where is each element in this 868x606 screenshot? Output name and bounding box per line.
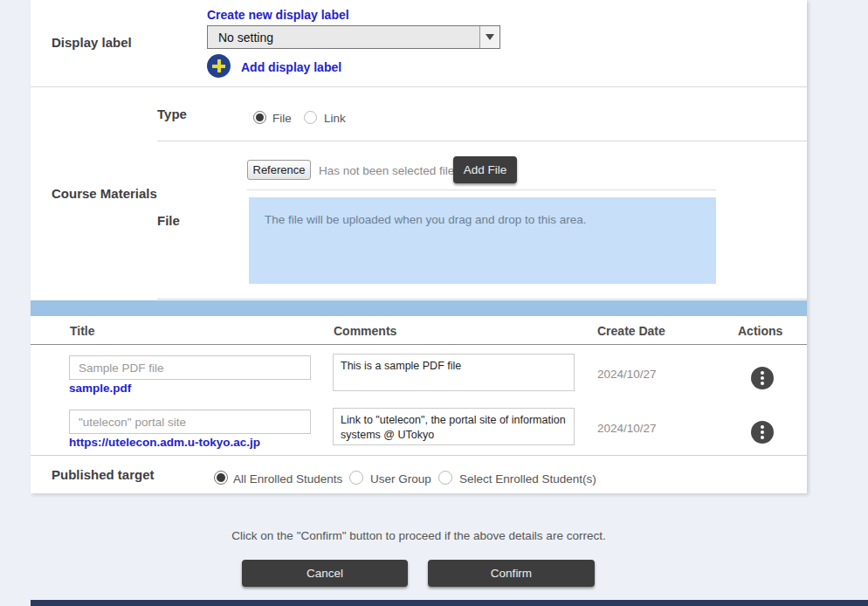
create-date-value: 2024/10/27 — [597, 368, 657, 381]
material-file-link[interactable]: sample.pdf — [69, 382, 131, 395]
reference-button[interactable]: Reference — [247, 160, 311, 180]
kebab-menu-icon[interactable] — [751, 367, 774, 389]
add-display-label-button[interactable]: Add display label — [241, 60, 341, 74]
page-footer-bar — [31, 600, 868, 606]
add-file-button[interactable]: Add File — [453, 156, 517, 183]
form-panel: Display label Create new display label N… — [31, 0, 807, 493]
display-label-select-value: No setting — [208, 26, 479, 48]
section-divider — [31, 455, 807, 456]
radio-user-group[interactable] — [349, 471, 363, 485]
type-label: Type — [157, 107, 187, 121]
material-comment-field[interactable]: Link to "utelecon", the portal site of i… — [333, 408, 575, 445]
confirm-button[interactable]: Confirm — [428, 560, 595, 587]
plus-icon[interactable] — [207, 54, 231, 78]
column-header-title: Title — [70, 324, 95, 338]
radio-type-file-label[interactable]: File — [272, 112, 292, 125]
column-header-actions: Actions — [738, 324, 782, 338]
material-title-input[interactable] — [69, 355, 311, 380]
material-title-input[interactable] — [69, 410, 311, 434]
file-status-text: Has not been selected file. — [319, 164, 458, 177]
section-divider — [31, 86, 807, 87]
course-materials-registration-page: Display label Create new display label N… — [0, 0, 868, 606]
kebab-menu-icon[interactable] — [751, 421, 774, 444]
material-url-link[interactable]: https://utelecon.adm.u-tokyo.ac.jp — [69, 436, 260, 449]
chevron-down-icon — [486, 34, 494, 40]
radio-all-enrolled-students[interactable] — [214, 471, 228, 485]
radio-type-file[interactable] — [253, 111, 266, 124]
material-comment-field[interactable]: This is a sample PDF file — [333, 354, 575, 391]
radio-type-link[interactable] — [304, 111, 317, 124]
file-label: File — [157, 213, 180, 228]
sub-divider — [157, 299, 807, 300]
radio-select-enrolled-students-label[interactable]: Select Enrolled Student(s) — [459, 472, 596, 485]
column-header-comments: Comments — [334, 324, 396, 338]
dropdown-arrow-button[interactable] — [479, 26, 499, 48]
published-target-label: Published target — [52, 467, 155, 482]
course-materials-label: Course Materials — [52, 186, 157, 201]
display-label-label: Display label — [52, 35, 132, 50]
table-accent-bar — [31, 300, 807, 316]
header-divider — [31, 344, 807, 345]
radio-user-group-label[interactable]: User Group — [370, 472, 431, 485]
create-new-display-label-link[interactable]: Create new display label — [207, 8, 349, 22]
cancel-button[interactable]: Cancel — [242, 560, 408, 587]
file-drop-area[interactable]: The file will be uploaded when you drag … — [249, 197, 716, 284]
create-date-value: 2024/10/27 — [597, 422, 657, 435]
section-divider — [157, 141, 807, 141]
confirm-instruction-text: Click on the "Confirm" button to proceed… — [31, 529, 807, 542]
radio-type-link-label[interactable]: Link — [324, 112, 346, 125]
display-label-select[interactable]: No setting — [207, 25, 500, 49]
radio-all-enrolled-students-label[interactable]: All Enrolled Students — [233, 472, 342, 485]
radio-select-enrolled-students[interactable] — [438, 471, 452, 485]
column-header-create-date: Create Date — [597, 324, 665, 338]
sub-divider — [247, 189, 716, 190]
